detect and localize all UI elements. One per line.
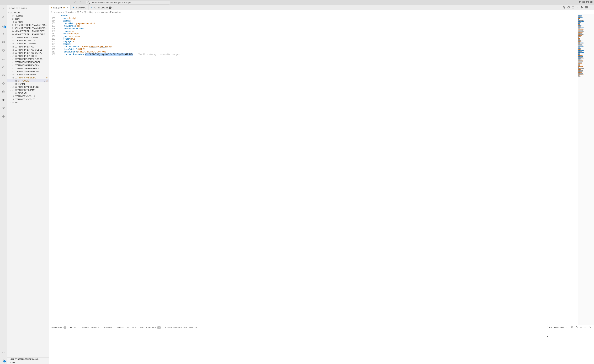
minimap[interactable]: ████████████████████████████████████████… xyxy=(578,14,594,325)
tree-item[interactable]: 🗎XFANKIT.ERRPLI.PSAM3.Z126411.X... xyxy=(7,24,49,27)
output-channel-select[interactable]: IBM Z Open Editor xyxy=(547,326,568,329)
activity-settings-icon[interactable]: 1 xyxy=(0,357,7,363)
git-compare-icon[interactable] xyxy=(563,6,566,9)
close-icon[interactable]: ✕ xyxy=(67,7,68,9)
panel-tab-ports[interactable]: PORTS xyxy=(117,326,124,329)
activity-testing-icon[interactable] xyxy=(0,56,7,61)
breadcrumb-item[interactable]: commandParameters xyxy=(101,11,121,13)
activity-zowe-icon[interactable] xyxy=(0,106,7,111)
breadcrumbs[interactable]: !zapp.yaml›[ ]profiles›{ }5›{ }settings›… xyxy=(49,10,594,14)
tree-item[interactable]: 🗎XFANKIT.ERRPLI.PSAM3.Z924287... xyxy=(7,33,49,36)
panel-tab-terminal[interactable]: TERMINAL xyxy=(103,326,113,329)
layout-bottom-icon[interactable] xyxy=(582,1,585,4)
tree-item[interactable]: ›🗀XFANKIT.PREPROC xyxy=(7,45,49,48)
breadcrumb-item[interactable]: profiles xyxy=(68,11,74,13)
tree-item[interactable]: ›🗀XFANKIT.SAMPLE.LOAD xyxy=(7,70,49,73)
tab-more-icon[interactable]: ⋯ xyxy=(589,6,592,9)
debug-run-icon[interactable] xyxy=(580,6,583,9)
folder-icon: 🗀 xyxy=(12,39,15,42)
sidebar: ZOWE EXPLORER ⋯ DATA SETS › ☆ Favorites … xyxy=(7,5,49,364)
editor-tab[interactable]: !zapp.yamlM✕ xyxy=(49,5,71,10)
tree-item[interactable]: 🗎XFANKIT.ERRPLI.PSAM3.Z573011.X... xyxy=(7,27,49,30)
breadcrumb-item[interactable]: zapp.yaml xyxy=(53,11,62,13)
panel-tab-problems[interactable]: PROBLEMS 2 xyxy=(51,326,67,329)
tree-item[interactable]: ⌄🗁XFANKIT.SFELSAMP xyxy=(7,89,49,92)
svg-rect-7 xyxy=(591,2,592,3)
next-icon[interactable] xyxy=(576,6,579,9)
activity-dashboard-icon[interactable] xyxy=(0,81,7,86)
tree-item[interactable]: ›🗀XFANKIT.PREPROC.COBOL xyxy=(7,48,49,51)
tree-item[interactable]: ›🗀XFANKIT.SAMPLE.COPY xyxy=(7,64,49,67)
tree-item[interactable]: ›🗀XFANKIT.SAMPLE.DBRM xyxy=(7,67,49,70)
nav-back-icon[interactable] xyxy=(74,1,76,4)
tree-item[interactable]: 🗎XFANKIT.ERRPLI.PSAM3.Z863183... xyxy=(7,30,49,33)
section-jobs[interactable]: JOBS xyxy=(7,361,49,364)
lock-icon[interactable] xyxy=(575,326,578,329)
tree-item[interactable]: ⌄🗁XFANKIT.SAMPLE.PLI xyxy=(7,76,49,79)
output-body[interactable]: ↖ xyxy=(49,330,594,364)
panel-tab-debug[interactable]: DEBUG CONSOLE xyxy=(82,326,99,329)
breadcrumb-item[interactable]: 5 xyxy=(80,11,81,13)
layout-right-icon[interactable] xyxy=(586,1,589,4)
activity-db-icon[interactable] xyxy=(0,89,7,94)
activity-a-icon[interactable] xyxy=(0,114,7,119)
activity-cloud-icon[interactable] xyxy=(0,73,7,78)
activity-explorer-icon[interactable] xyxy=(0,7,7,12)
member-icon: 🗎 xyxy=(15,92,18,94)
section-uss[interactable]: UNIX SYSTEM SERVICES (USS) xyxy=(7,357,49,361)
tree-item[interactable]: 🗎CITYCODE★ 2 xyxy=(7,79,49,82)
tree-item[interactable]: ›🗀XFANKIT.SAMPLE.OBJ xyxy=(7,73,49,76)
tree-item[interactable]: ›🗀XFANKIT.PREPROC.PLI xyxy=(7,54,49,58)
run-icon[interactable] xyxy=(572,6,574,9)
tree-item[interactable]: ›🗀XFANKIT.FVT.JCL.PDSE xyxy=(7,36,49,39)
close-panel-icon[interactable] xyxy=(589,326,592,329)
scm-badge: 5 xyxy=(3,26,6,28)
tree-item[interactable]: ›🗀XFANKIT.PREPROC.OUTPUT xyxy=(7,51,49,54)
tree-item[interactable]: 🗎XFANKIT xyxy=(7,20,49,24)
activity-remote-icon[interactable] xyxy=(0,48,7,53)
tree-item[interactable]: 🗎PSAM1 xyxy=(7,82,49,86)
editor[interactable]: 90 profiles:150 - name: local-pli154 set… xyxy=(49,14,578,325)
activity-debug-icon[interactable] xyxy=(0,31,7,36)
command-center[interactable]: [Extension Development Host] wazi-sample xyxy=(86,1,170,5)
panel-tab-output[interactable]: OUTPUT xyxy=(70,326,78,329)
activity-check-icon[interactable] xyxy=(0,97,7,102)
breadcrumb-item[interactable]: settings xyxy=(87,11,94,13)
panel-more-icon[interactable]: ⋯ xyxy=(580,326,582,329)
tree-item[interactable]: ›🗀XFANKIT.LOG.OUTPUT xyxy=(7,39,49,42)
tree-rse[interactable]: › ⎚ rse xyxy=(7,101,49,104)
activity-scm-icon[interactable]: 5 xyxy=(0,23,7,28)
nav-forward-icon[interactable] xyxy=(80,1,82,4)
editor-tab[interactable]: PLIFEKRNPLI xyxy=(71,5,89,10)
split-editor-icon[interactable] xyxy=(585,6,588,9)
tree-item[interactable]: ›🗀XFANKIT.SAMPLE.PLINC xyxy=(7,86,49,89)
chevron-right-icon xyxy=(9,361,9,364)
svg-rect-6 xyxy=(590,2,591,3)
panel-tab-zowe-console[interactable]: ZOWE EXPLORER Z/OS CONSOLE xyxy=(165,326,197,329)
tree-item[interactable]: 🗎XFANKIT.ZM3OD270 xyxy=(7,98,49,101)
section-datasets[interactable]: DATA SETS xyxy=(7,11,49,14)
activity-extensions-icon[interactable] xyxy=(0,40,7,45)
filter-icon[interactable] xyxy=(570,326,573,329)
panel-tab-gitlens[interactable]: GITLENS xyxy=(128,326,136,329)
folder-icon: 🗀 xyxy=(12,42,15,45)
editor-tab[interactable]: PLICITYCODE.pli2 xyxy=(89,5,114,10)
layout-customize-icon[interactable] xyxy=(590,1,593,4)
tree-item[interactable]: ›🗀XFANKIT.R2.SAMPLE.COBOL xyxy=(7,58,49,61)
sidebar-more-icon[interactable]: ⋯ xyxy=(45,7,47,9)
tree-profile[interactable]: ⎚ zosmf xyxy=(7,17,49,20)
layout-left-icon[interactable] xyxy=(579,1,581,4)
folder-icon: 🗀 xyxy=(12,61,15,63)
tree-item[interactable]: ›🗀XFANKIT.SAMPLE.COBOL xyxy=(7,61,49,64)
panel-tab-spell[interactable]: SPELL CHECKER 54 xyxy=(140,326,161,329)
activity-git-graph-icon[interactable] xyxy=(0,64,7,69)
tree-item[interactable]: 🗎XFANKIT.ZM3OCLUL xyxy=(7,95,49,98)
activity-account-icon[interactable] xyxy=(0,349,7,354)
tree-favorites[interactable]: › ☆ Favorites xyxy=(7,14,49,17)
tree-item[interactable]: ›🗀XFANKIT.PLI.LISTING xyxy=(7,42,49,45)
activity-search-icon[interactable] xyxy=(0,15,7,20)
tree-item[interactable]: 🗎FEKRNPLI xyxy=(7,92,49,95)
maximize-panel-icon[interactable] xyxy=(584,326,587,329)
sidebar-title: ZOWE EXPLORER xyxy=(9,7,27,9)
toggle-changes-icon[interactable] xyxy=(567,6,570,9)
